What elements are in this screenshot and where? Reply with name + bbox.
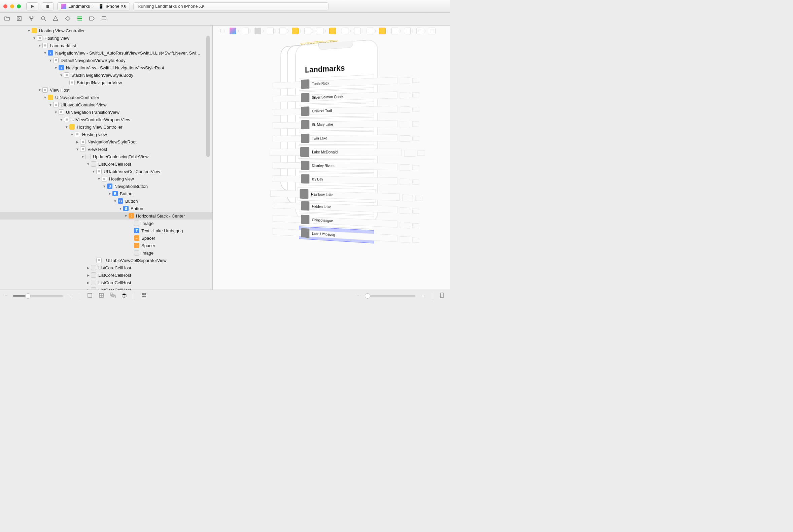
disclosure-open-icon[interactable]: ▼ — [27, 29, 31, 33]
scheme-selector[interactable]: Landmarks 〉 📱 iPhone Xʀ — [57, 2, 130, 11]
outline-row[interactable]: ▼ListCoreCellHost — [0, 160, 212, 168]
disclosure-open-icon[interactable]: ▼ — [92, 170, 96, 173]
outline-row[interactable]: ▼View Host — [0, 146, 212, 153]
outline-row[interactable]: ▼BButton — [0, 197, 212, 205]
disclosure-closed-icon[interactable]: ▶ — [86, 266, 90, 270]
crumb-icon[interactable] — [317, 27, 324, 34]
outline-row[interactable]: ▶ListCoreCellHost — [0, 286, 212, 289]
disclosure-closed-icon[interactable]: ▶ — [86, 281, 90, 285]
minimize-icon[interactable] — [10, 4, 14, 8]
maximize-icon[interactable] — [17, 4, 21, 8]
stop-button[interactable] — [42, 2, 54, 11]
search-icon[interactable] — [40, 16, 46, 22]
outline-row[interactable]: ▼⦙Horizontal Stack - Center — [0, 212, 212, 220]
outline-row[interactable]: ↔Spacer — [0, 234, 212, 242]
disclosure-open-icon[interactable]: ▼ — [124, 214, 128, 218]
crumb-icon[interactable] — [367, 27, 373, 34]
landmark-cell[interactable]: Chincoteague — [299, 213, 374, 229]
back-icon[interactable]: 〈 — [217, 28, 221, 34]
landmark-cell[interactable]: St. Mary Lake — [299, 117, 374, 131]
plus-icon[interactable]: ＋ — [421, 293, 425, 299]
view-hierarchy-outline[interactable]: ▼Hosting View Controller▼Hosting view▼La… — [0, 25, 213, 289]
breakpoint-navigator-icon[interactable] — [89, 16, 95, 22]
crumb-icon[interactable] — [304, 27, 311, 34]
disclosure-open-icon[interactable]: ▼ — [54, 66, 58, 70]
minus-icon[interactable]: − — [357, 293, 360, 298]
outline-row[interactable]: ▶ListCoreCellHost — [0, 264, 212, 271]
disclosure-open-icon[interactable]: ▼ — [49, 103, 53, 107]
outline-row[interactable]: ▼View Host — [0, 86, 212, 94]
crumb-icon[interactable] — [292, 27, 298, 34]
disclosure-open-icon[interactable]: ▼ — [54, 111, 58, 114]
outline-row[interactable]: ▼‹NavigationView - SwiftUI._AutoResultVi… — [0, 49, 212, 57]
landmark-cell[interactable]: Rainbow Lake — [297, 187, 375, 203]
crumb-icon[interactable] — [391, 27, 398, 34]
disclosure-closed-icon[interactable]: ▶ — [75, 140, 79, 144]
crumb-icon[interactable] — [354, 27, 361, 34]
outline-row[interactable]: ▼StackNavigationViewStyle.Body — [0, 71, 212, 79]
forward-icon[interactable]: 〉 — [224, 28, 228, 34]
landmark-cell[interactable]: Lake Umbagog — [299, 226, 374, 243]
outline-row[interactable]: ▼BNavigationButton — [0, 183, 212, 190]
outline-row[interactable]: ▼UILayoutContainerView — [0, 101, 212, 109]
crumb-app-icon[interactable] — [230, 27, 236, 34]
crumb-icon[interactable] — [342, 27, 348, 34]
landmark-cell[interactable]: Icy Bay — [299, 172, 374, 187]
outline-row[interactable]: ▼Hosting view — [0, 34, 212, 42]
disclosure-open-icon[interactable]: ▼ — [118, 207, 122, 210]
canvas-breadcrumb[interactable]: 〉 〉 〉 〉 〉 〉 〉 〉 〉 〉 〉 〉 〉 〉 〉 〉 — [230, 27, 436, 34]
disclosure-open-icon[interactable]: ▼ — [75, 148, 79, 151]
minus-icon[interactable]: − — [5, 293, 7, 298]
outline-row[interactable]: ▼UITableViewCellContentView — [0, 168, 212, 175]
outline-row[interactable]: ▼Hosting View Controller — [0, 123, 212, 131]
outline-row[interactable]: ▶NavigationViewStyleRoot — [0, 138, 212, 146]
report-navigator-icon[interactable] — [101, 16, 107, 22]
outline-row[interactable]: ▼UINavigationController — [0, 94, 212, 101]
debug-navigator-icon[interactable] — [77, 16, 83, 22]
crumb-icon[interactable] — [329, 27, 336, 34]
outline-row[interactable]: TText - Lake Umbagog — [0, 227, 212, 234]
disclosure-open-icon[interactable]: ▼ — [38, 88, 42, 92]
disclosure-open-icon[interactable]: ▼ — [102, 185, 107, 188]
outline-row[interactable]: ↔Spacer — [0, 242, 212, 249]
disclosure-open-icon[interactable]: ▼ — [86, 162, 90, 166]
spacing-slider[interactable] — [13, 295, 63, 297]
disclosure-closed-icon[interactable]: ▶ — [86, 273, 90, 277]
crumb-icon[interactable] — [379, 27, 386, 34]
crumb-icon[interactable] — [254, 27, 261, 34]
landmark-cell[interactable]: Chilkoot Trail — [299, 103, 374, 118]
folder-icon[interactable] — [4, 16, 10, 22]
symbol-navigator-icon[interactable] — [28, 16, 34, 22]
disclosure-open-icon[interactable]: ▼ — [81, 155, 85, 158]
outline-row[interactable]: ▼BButton — [0, 190, 212, 197]
plus-icon[interactable]: ＋ — [69, 293, 73, 299]
disclosure-open-icon[interactable]: ▼ — [70, 133, 74, 136]
outline-row[interactable]: Image — [0, 249, 212, 256]
outline-row[interactable]: ▼LandmarkList — [0, 42, 212, 49]
issue-navigator-icon[interactable] — [53, 16, 59, 22]
outline-row[interactable]: ▶ListCoreCellHost — [0, 271, 212, 279]
outline-row[interactable]: ▼Hosting view — [0, 131, 212, 138]
disclosure-open-icon[interactable]: ▼ — [97, 177, 101, 181]
disclosure-open-icon[interactable]: ▼ — [59, 118, 63, 121]
outline-row[interactable]: ▼UIViewControllerWrapperView — [0, 116, 212, 123]
landmark-cell[interactable]: Silver Salmon Creek — [299, 89, 374, 104]
orient-2d-icon[interactable] — [141, 292, 147, 299]
landmark-cell[interactable]: Turtle Rock — [299, 74, 374, 91]
disclosure-open-icon[interactable]: ▼ — [43, 51, 47, 55]
3d-icon[interactable] — [121, 292, 127, 299]
outline-row[interactable]: ▶ListCoreCellHost — [0, 279, 212, 286]
crumb-list-icon[interactable] — [429, 27, 436, 34]
disclosure-open-icon[interactable]: ▼ — [65, 125, 69, 129]
outline-row[interactable]: BridgedNavigationView — [0, 79, 212, 86]
outline-row[interactable]: ▼Hosting view — [0, 175, 212, 183]
disclosure-open-icon[interactable]: ▼ — [108, 192, 112, 196]
outline-row[interactable]: ▼‹NavigationView - SwiftUI.NavigationVie… — [0, 64, 212, 71]
disclosure-open-icon[interactable]: ▼ — [59, 73, 63, 77]
disclosure-open-icon[interactable]: ▼ — [43, 96, 47, 99]
outline-row[interactable]: ▼Hosting View Controller — [0, 27, 212, 34]
wireframe-icon[interactable] — [110, 292, 116, 299]
source-control-icon[interactable] — [16, 16, 22, 22]
outline-row[interactable]: _UITableViewCellSeparatorView — [0, 256, 212, 264]
landmark-cell[interactable]: Charley Rivers — [299, 159, 374, 172]
